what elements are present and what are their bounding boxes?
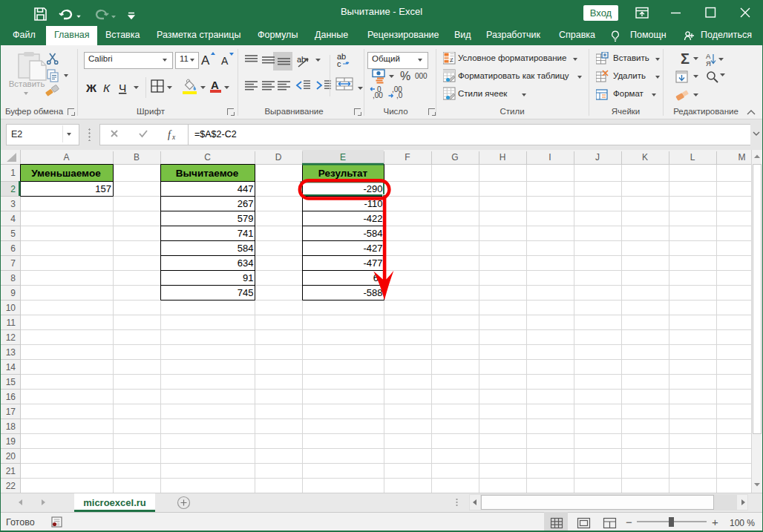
svg-text:2: 2: [10, 184, 16, 194]
svg-text:,00: ,00: [373, 91, 383, 99]
svg-text:H: H: [500, 152, 506, 162]
svg-text:-290: -290: [363, 183, 382, 194]
svg-text:Я: Я: [706, 59, 711, 68]
svg-text:267: 267: [238, 198, 254, 209]
svg-text:1: 1: [10, 168, 16, 178]
svg-text:I: I: [548, 152, 551, 162]
svg-text:,0: ,0: [396, 91, 403, 99]
svg-text:Уменьшаемое: Уменьшаемое: [31, 168, 101, 179]
svg-text:L: L: [690, 152, 695, 162]
svg-text:F: F: [405, 152, 410, 162]
svg-text:G: G: [451, 152, 458, 162]
svg-text:634: 634: [238, 257, 254, 269]
svg-text:745: 745: [238, 287, 254, 298]
svg-text:Вычитаемое: Вычитаемое: [176, 168, 239, 179]
svg-text:6: 6: [10, 243, 16, 254]
svg-text:12: 12: [6, 332, 16, 343]
svg-text:B: B: [134, 152, 140, 162]
svg-text:15: 15: [6, 377, 16, 387]
svg-text:8: 8: [10, 273, 16, 283]
svg-text:C: C: [204, 152, 211, 162]
svg-text:-588: -588: [363, 287, 382, 298]
svg-text:ab: ab: [297, 55, 306, 64]
svg-text:10: 10: [6, 303, 16, 313]
svg-text:-427: -427: [363, 243, 382, 254]
svg-text:447: 447: [238, 183, 254, 194]
svg-text:А: А: [211, 79, 219, 91]
svg-text:19: 19: [6, 436, 16, 447]
svg-text:≠: ≠: [450, 56, 453, 64]
svg-text:-422: -422: [363, 213, 382, 224]
svg-text:%: %: [400, 70, 410, 82]
svg-text:Σ: Σ: [681, 50, 690, 67]
svg-text:20: 20: [6, 451, 16, 462]
svg-text:22: 22: [6, 481, 16, 491]
svg-text:-584: -584: [363, 228, 382, 239]
svg-text:579: 579: [238, 213, 254, 224]
svg-text:x: x: [171, 134, 176, 141]
svg-text:91: 91: [243, 272, 253, 283]
svg-text:А: А: [221, 55, 229, 67]
svg-text:3: 3: [10, 199, 16, 209]
svg-text:17: 17: [6, 407, 16, 417]
svg-text:16: 16: [6, 392, 16, 402]
svg-text:7: 7: [10, 258, 16, 269]
svg-text:К: К: [103, 82, 111, 94]
svg-text:000: 000: [415, 72, 428, 80]
svg-text:А: А: [201, 53, 210, 68]
svg-text:E: E: [340, 152, 346, 162]
svg-text:741: 741: [238, 228, 254, 239]
svg-text:c: c: [337, 59, 341, 68]
svg-text:Результат: Результат: [318, 168, 368, 179]
svg-text:Ж: Ж: [85, 82, 97, 94]
svg-text:9: 9: [10, 288, 16, 298]
svg-text:A: A: [63, 152, 69, 162]
svg-text:14: 14: [6, 362, 16, 372]
svg-text:M: M: [739, 152, 746, 162]
svg-text:Ч: Ч: [119, 82, 126, 94]
svg-text:5: 5: [10, 229, 16, 239]
svg-text:18: 18: [6, 421, 16, 432]
svg-text:J: J: [595, 152, 600, 162]
svg-text:K: K: [642, 152, 648, 162]
svg-text:-477: -477: [363, 257, 382, 269]
svg-text:157: 157: [95, 183, 111, 194]
svg-text:13: 13: [6, 347, 16, 358]
svg-text:4: 4: [10, 214, 16, 224]
svg-text:11: 11: [7, 318, 16, 328]
svg-text:584: 584: [238, 243, 254, 254]
svg-text:21: 21: [6, 466, 16, 476]
svg-text:D: D: [275, 152, 282, 162]
